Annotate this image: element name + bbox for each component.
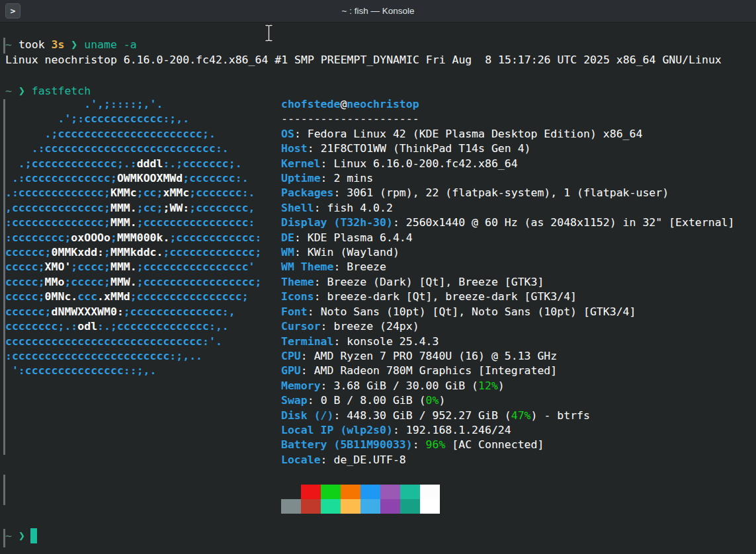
window-title: ~ : fish — Konsole: [342, 6, 415, 16]
palette-color-swatch: [400, 499, 420, 514]
command-region-marker-3: [3, 475, 5, 505]
info-entry-wm-theme: WM Theme: Breeze: [281, 260, 734, 274]
info-entry-terminal: Terminal: konsole 25.4.3: [281, 335, 734, 349]
palette-color-swatch: [321, 485, 341, 499]
uname-output-line: Linux neochristop 6.16.0-200.fc42.x86_64…: [5, 53, 722, 67]
logo-line: ,cccccccccccccc;MMM.;cc;;WW:;cccccccc,: [5, 201, 261, 216]
info-entry-uptime: Uptime: 2 mins: [281, 171, 734, 186]
konsole-window: { "window": { "title": "~ : fish — Konso…: [0, 0, 756, 554]
palette-color-swatch: [281, 499, 301, 514]
info-entry-swap: Swap: 0 B / 8.00 GiB (0%): [281, 393, 734, 408]
info-entry-gpu: GPU: AMD Radeon 780M Graphics [Integrate…: [281, 364, 734, 378]
palette-color-swatch: [360, 485, 380, 499]
palette-color-swatch: [341, 499, 360, 514]
palette-color-swatch: [301, 499, 321, 514]
konsole-app-icon[interactable]: >: [5, 3, 21, 19]
logo-line: ccccc;0MNc.ccc.xMMd;cccccccccccccccc;: [5, 290, 261, 304]
prompt-line-3: ~ ❯: [5, 529, 25, 543]
palette-color-swatch: [360, 499, 380, 514]
fastfetch-info-panel: chofstede@neochristop-------------------…: [281, 97, 734, 467]
info-entry-locale: Locale: de_DE.UTF-8: [281, 453, 734, 467]
user-at-host: chofstede@neochristop: [281, 97, 734, 112]
logo-line: ccccc;XMO';cccc;MMM.;cccccccccccccccc': [5, 260, 261, 274]
palette-color-swatch: [301, 485, 321, 499]
info-entry-theme: Theme: Breeze (Dark) [Qt], Breeze [GTK3]: [281, 275, 734, 290]
logo-line: ccccc;MMo;ccccc;MMW.;ccccccccccccccccc;: [5, 275, 261, 290]
palette-color-swatch: [420, 485, 440, 499]
palette-color-swatch: [341, 485, 360, 499]
palette-color-swatch: [420, 499, 440, 514]
color-palette-row-1: [281, 485, 440, 499]
info-entry-icons: Icons: breeze-dark [Qt], breeze-dark [GT…: [281, 290, 734, 304]
info-entry-local-ip-wlp2s0: Local IP (wlp2s0): 192.168.1.246/24: [281, 423, 734, 438]
palette-color-swatch: [400, 485, 420, 499]
logo-line: .:ccccccccccccc;OWMKOOXMWd;ccccccc:.: [5, 171, 261, 186]
info-entry-disk: Disk (/): 448.30 GiB / 952.27 GiB (47%) …: [281, 409, 734, 423]
color-palette-row-2: [281, 499, 440, 514]
logo-line: .;ccccccccccccc;.:dddl:.;ccccccc;.: [5, 157, 261, 171]
logo-line: cccccccccccccccccccccccccccccc:'.: [5, 335, 261, 349]
logo-line: .;cccccccccccccccccccccc;.: [5, 127, 261, 141]
logo-line: .:ccccccccccccc;KMMc;cc;xMMc;ccccccc:.: [5, 186, 261, 200]
palette-color-swatch: [380, 485, 400, 499]
info-entry-cpu: CPU: AMD Ryzen 7 PRO 7840U (16) @ 5.13 G…: [281, 349, 734, 364]
logo-line: cccccc;dNMWXXXWM0:;cccccccccccccc:,: [5, 305, 261, 319]
palette-color-swatch: [281, 485, 301, 499]
info-entry-cursor: Cursor: breeze (24px): [281, 319, 734, 334]
logo-line: .',;::::;,'.: [5, 97, 261, 112]
info-entry-wm: WM: KWin (Wayland): [281, 245, 734, 260]
logo-line: :cccccccc;oxOOOo;MMM000k.;cccccccccccc:: [5, 231, 261, 245]
info-entry-os: OS: Fedora Linux 42 (KDE Plasma Desktop …: [281, 127, 734, 141]
separator-line: ---------------------: [281, 112, 734, 126]
logo-line: cccccccc;.:odl:.;cccccccccccccc:,.: [5, 319, 261, 334]
title-bar[interactable]: > ~ : fish — Konsole: [0, 0, 756, 22]
info-entry-memory: Memory: 3.68 GiB / 30.00 GiB (12%): [281, 379, 734, 393]
logo-line: ':ccccccccccccccc::;,.: [5, 364, 261, 378]
logo-line: .:cccccccccccccccccccccccccc:.: [5, 141, 261, 156]
palette-color-swatch: [380, 499, 400, 514]
prompt-line-1: ~ took 3s ❯ uname -a: [5, 38, 137, 52]
info-entry-de: DE: KDE Plasma 6.4.4: [281, 231, 734, 245]
info-entry-packages: Packages: 3061 (rpm), 22 (flatpak-system…: [281, 186, 734, 200]
terminal-viewport[interactable]: ~ took 3s ❯ uname -aLinux neochristop 6.…: [0, 22, 756, 554]
logo-line: :cccccccccccccc;MMM.;cccccccccccccccc:: [5, 216, 261, 230]
palette-color-swatch: [321, 499, 341, 514]
info-entry-battery-5b11m90033: Battery (5B11M90033): 96% [AC Connected]: [281, 438, 734, 452]
logo-line: cccccc;0MMKxdd:;MMMkddc.;ccccccccccccc;: [5, 245, 261, 260]
terminal-text-cursor: [30, 528, 37, 543]
info-entry-display-t32h-30: Display (T32h-30): 2560x1440 @ 60 Hz (as…: [281, 216, 734, 230]
info-entry-kernel: Kernel: Linux 6.16.0-200.fc42.x86_64: [281, 157, 734, 171]
logo-line: .';:cccccccccccc:;,.: [5, 112, 261, 126]
info-entry-shell: Shell: fish 4.0.2: [281, 201, 734, 216]
fedora-ascii-logo: .',;::::;,'. .';:cccccccccccc:;,. .;cccc…: [5, 97, 261, 379]
info-entry-font: Font: Noto Sans (10pt) [Qt], Noto Sans (…: [281, 305, 734, 319]
logo-line: :cccccccccccccccccccccccc:;,..: [5, 349, 261, 364]
info-entry-host: Host: 21F8CTO1WW (ThinkPad T14s Gen 4): [281, 141, 734, 156]
